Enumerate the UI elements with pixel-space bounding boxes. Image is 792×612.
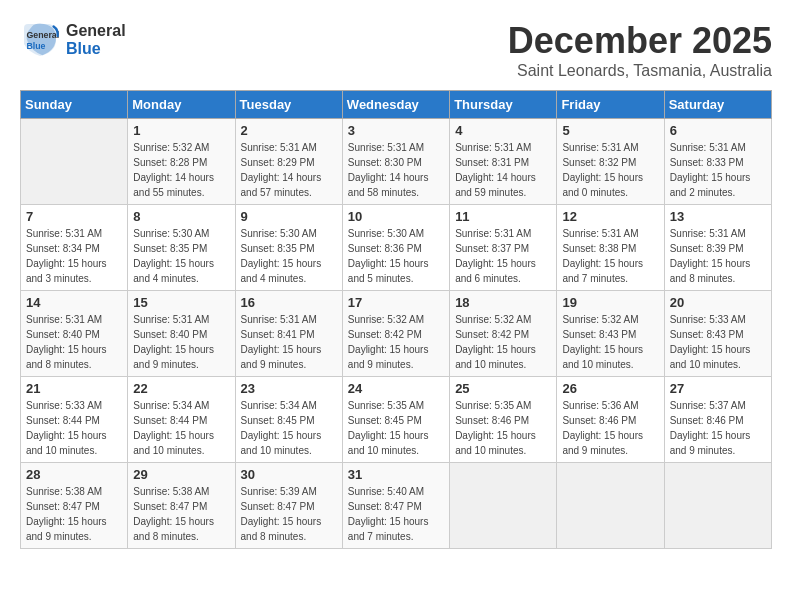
- calendar-day-cell: 4Sunrise: 5:31 AM Sunset: 8:31 PM Daylig…: [450, 119, 557, 205]
- day-info: Sunrise: 5:34 AM Sunset: 8:44 PM Dayligh…: [133, 398, 229, 458]
- day-number: 28: [26, 467, 122, 482]
- day-info: Sunrise: 5:40 AM Sunset: 8:47 PM Dayligh…: [348, 484, 444, 544]
- day-number: 12: [562, 209, 658, 224]
- calendar-table: SundayMondayTuesdayWednesdayThursdayFrid…: [20, 90, 772, 549]
- day-number: 30: [241, 467, 337, 482]
- calendar-day-cell: 10Sunrise: 5:30 AM Sunset: 8:36 PM Dayli…: [342, 205, 449, 291]
- day-info: Sunrise: 5:36 AM Sunset: 8:46 PM Dayligh…: [562, 398, 658, 458]
- calendar-week-row: 1Sunrise: 5:32 AM Sunset: 8:28 PM Daylig…: [21, 119, 772, 205]
- calendar-week-row: 14Sunrise: 5:31 AM Sunset: 8:40 PM Dayli…: [21, 291, 772, 377]
- logo-text: General Blue: [66, 22, 126, 58]
- day-number: 16: [241, 295, 337, 310]
- calendar-day-cell: 7Sunrise: 5:31 AM Sunset: 8:34 PM Daylig…: [21, 205, 128, 291]
- day-number: 27: [670, 381, 766, 396]
- day-number: 8: [133, 209, 229, 224]
- svg-text:Blue: Blue: [26, 41, 45, 51]
- day-number: 21: [26, 381, 122, 396]
- calendar-day-cell: 16Sunrise: 5:31 AM Sunset: 8:41 PM Dayli…: [235, 291, 342, 377]
- day-info: Sunrise: 5:32 AM Sunset: 8:28 PM Dayligh…: [133, 140, 229, 200]
- day-info: Sunrise: 5:31 AM Sunset: 8:37 PM Dayligh…: [455, 226, 551, 286]
- day-number: 31: [348, 467, 444, 482]
- calendar-day-cell: 19Sunrise: 5:32 AM Sunset: 8:43 PM Dayli…: [557, 291, 664, 377]
- calendar-day-cell: 26Sunrise: 5:36 AM Sunset: 8:46 PM Dayli…: [557, 377, 664, 463]
- calendar-day-cell: 11Sunrise: 5:31 AM Sunset: 8:37 PM Dayli…: [450, 205, 557, 291]
- calendar-day-cell: 8Sunrise: 5:30 AM Sunset: 8:35 PM Daylig…: [128, 205, 235, 291]
- day-info: Sunrise: 5:38 AM Sunset: 8:47 PM Dayligh…: [133, 484, 229, 544]
- day-number: 13: [670, 209, 766, 224]
- day-info: Sunrise: 5:31 AM Sunset: 8:39 PM Dayligh…: [670, 226, 766, 286]
- calendar-week-row: 7Sunrise: 5:31 AM Sunset: 8:34 PM Daylig…: [21, 205, 772, 291]
- calendar-day-cell: 18Sunrise: 5:32 AM Sunset: 8:42 PM Dayli…: [450, 291, 557, 377]
- day-info: Sunrise: 5:32 AM Sunset: 8:43 PM Dayligh…: [562, 312, 658, 372]
- calendar-day-cell: 29Sunrise: 5:38 AM Sunset: 8:47 PM Dayli…: [128, 463, 235, 549]
- day-info: Sunrise: 5:39 AM Sunset: 8:47 PM Dayligh…: [241, 484, 337, 544]
- day-number: 1: [133, 123, 229, 138]
- day-info: Sunrise: 5:34 AM Sunset: 8:45 PM Dayligh…: [241, 398, 337, 458]
- day-number: 10: [348, 209, 444, 224]
- day-number: 29: [133, 467, 229, 482]
- weekday-header-cell: Friday: [557, 91, 664, 119]
- day-number: 19: [562, 295, 658, 310]
- day-info: Sunrise: 5:32 AM Sunset: 8:42 PM Dayligh…: [455, 312, 551, 372]
- calendar-day-cell: 27Sunrise: 5:37 AM Sunset: 8:46 PM Dayli…: [664, 377, 771, 463]
- calendar-day-cell: 9Sunrise: 5:30 AM Sunset: 8:35 PM Daylig…: [235, 205, 342, 291]
- calendar-day-cell: 15Sunrise: 5:31 AM Sunset: 8:40 PM Dayli…: [128, 291, 235, 377]
- day-info: Sunrise: 5:33 AM Sunset: 8:43 PM Dayligh…: [670, 312, 766, 372]
- day-number: 4: [455, 123, 551, 138]
- calendar-day-cell: 31Sunrise: 5:40 AM Sunset: 8:47 PM Dayli…: [342, 463, 449, 549]
- calendar-day-cell: [557, 463, 664, 549]
- day-info: Sunrise: 5:30 AM Sunset: 8:35 PM Dayligh…: [133, 226, 229, 286]
- weekday-header-cell: Monday: [128, 91, 235, 119]
- day-info: Sunrise: 5:38 AM Sunset: 8:47 PM Dayligh…: [26, 484, 122, 544]
- day-number: 7: [26, 209, 122, 224]
- calendar-day-cell: 12Sunrise: 5:31 AM Sunset: 8:38 PM Dayli…: [557, 205, 664, 291]
- day-number: 9: [241, 209, 337, 224]
- day-number: 3: [348, 123, 444, 138]
- calendar-week-row: 28Sunrise: 5:38 AM Sunset: 8:47 PM Dayli…: [21, 463, 772, 549]
- day-info: Sunrise: 5:31 AM Sunset: 8:30 PM Dayligh…: [348, 140, 444, 200]
- day-number: 2: [241, 123, 337, 138]
- calendar-subtitle: Saint Leonards, Tasmania, Australia: [508, 62, 772, 80]
- calendar-day-cell: 28Sunrise: 5:38 AM Sunset: 8:47 PM Dayli…: [21, 463, 128, 549]
- logo-icon: General Blue: [20, 20, 60, 60]
- day-number: 15: [133, 295, 229, 310]
- calendar-day-cell: 22Sunrise: 5:34 AM Sunset: 8:44 PM Dayli…: [128, 377, 235, 463]
- day-info: Sunrise: 5:31 AM Sunset: 8:40 PM Dayligh…: [26, 312, 122, 372]
- calendar-day-cell: 13Sunrise: 5:31 AM Sunset: 8:39 PM Dayli…: [664, 205, 771, 291]
- day-info: Sunrise: 5:31 AM Sunset: 8:38 PM Dayligh…: [562, 226, 658, 286]
- day-number: 25: [455, 381, 551, 396]
- calendar-title: December 2025: [508, 20, 772, 62]
- calendar-day-cell: 17Sunrise: 5:32 AM Sunset: 8:42 PM Dayli…: [342, 291, 449, 377]
- day-info: Sunrise: 5:31 AM Sunset: 8:32 PM Dayligh…: [562, 140, 658, 200]
- calendar-day-cell: 24Sunrise: 5:35 AM Sunset: 8:45 PM Dayli…: [342, 377, 449, 463]
- calendar-day-cell: [21, 119, 128, 205]
- day-number: 6: [670, 123, 766, 138]
- day-number: 26: [562, 381, 658, 396]
- calendar-week-row: 21Sunrise: 5:33 AM Sunset: 8:44 PM Dayli…: [21, 377, 772, 463]
- day-info: Sunrise: 5:31 AM Sunset: 8:41 PM Dayligh…: [241, 312, 337, 372]
- day-info: Sunrise: 5:35 AM Sunset: 8:45 PM Dayligh…: [348, 398, 444, 458]
- day-info: Sunrise: 5:30 AM Sunset: 8:36 PM Dayligh…: [348, 226, 444, 286]
- day-info: Sunrise: 5:35 AM Sunset: 8:46 PM Dayligh…: [455, 398, 551, 458]
- calendar-day-cell: 25Sunrise: 5:35 AM Sunset: 8:46 PM Dayli…: [450, 377, 557, 463]
- title-section: December 2025 Saint Leonards, Tasmania, …: [508, 20, 772, 80]
- calendar-day-cell: [664, 463, 771, 549]
- day-number: 11: [455, 209, 551, 224]
- weekday-header-cell: Saturday: [664, 91, 771, 119]
- calendar-day-cell: 20Sunrise: 5:33 AM Sunset: 8:43 PM Dayli…: [664, 291, 771, 377]
- calendar-day-cell: [450, 463, 557, 549]
- day-number: 18: [455, 295, 551, 310]
- calendar-body: 1Sunrise: 5:32 AM Sunset: 8:28 PM Daylig…: [21, 119, 772, 549]
- day-number: 24: [348, 381, 444, 396]
- day-info: Sunrise: 5:31 AM Sunset: 8:34 PM Dayligh…: [26, 226, 122, 286]
- day-number: 20: [670, 295, 766, 310]
- weekday-header-cell: Tuesday: [235, 91, 342, 119]
- day-info: Sunrise: 5:37 AM Sunset: 8:46 PM Dayligh…: [670, 398, 766, 458]
- day-number: 14: [26, 295, 122, 310]
- calendar-day-cell: 14Sunrise: 5:31 AM Sunset: 8:40 PM Dayli…: [21, 291, 128, 377]
- day-info: Sunrise: 5:33 AM Sunset: 8:44 PM Dayligh…: [26, 398, 122, 458]
- day-info: Sunrise: 5:31 AM Sunset: 8:29 PM Dayligh…: [241, 140, 337, 200]
- weekday-header-row: SundayMondayTuesdayWednesdayThursdayFrid…: [21, 91, 772, 119]
- day-info: Sunrise: 5:31 AM Sunset: 8:31 PM Dayligh…: [455, 140, 551, 200]
- day-info: Sunrise: 5:31 AM Sunset: 8:33 PM Dayligh…: [670, 140, 766, 200]
